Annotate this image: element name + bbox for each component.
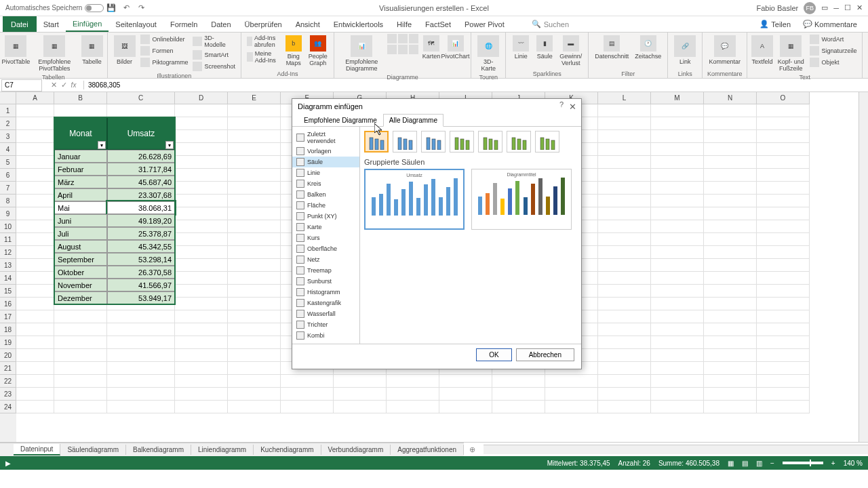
chart-category-item[interactable]: Treemap (292, 265, 359, 276)
ribbon-tab-entwicklertools[interactable]: Entwicklertools (327, 16, 390, 32)
cell[interactable] (545, 388, 598, 401)
cell[interactable] (228, 220, 281, 233)
cell[interactable] (334, 375, 387, 388)
my-addins-button[interactable]: Meine Add-Ins (245, 49, 281, 64)
cell[interactable] (651, 182, 704, 195)
cell[interactable] (598, 220, 651, 233)
table-cell[interactable]: 53.298,14 (107, 253, 175, 266)
pivotchart-button[interactable]: 📊PivotChart (444, 34, 467, 73)
ribbon-tab-seitenlayout[interactable]: Seitenlayout (108, 16, 163, 32)
cell[interactable] (175, 104, 228, 117)
table-cell[interactable]: Oktober (54, 266, 107, 279)
cell[interactable] (387, 375, 439, 388)
cell[interactable] (175, 401, 228, 413)
table-cell[interactable]: August (54, 240, 107, 253)
cell[interactable] (16, 336, 54, 349)
icons-button[interactable]: Piktogramme (139, 57, 189, 68)
column-header[interactable]: C (107, 92, 175, 104)
cell[interactable] (598, 117, 651, 130)
cell[interactable] (704, 375, 757, 388)
cell[interactable] (16, 388, 54, 401)
cell[interactable] (16, 362, 54, 375)
row-header[interactable]: 11 (0, 233, 16, 246)
chart-scatter-icon[interactable] (409, 45, 418, 54)
ribbon-tab-factset[interactable]: FactSet (418, 16, 458, 32)
table-header[interactable]: Umsatz (107, 117, 175, 150)
table-cell[interactable]: Februar (54, 163, 107, 176)
sheet-tab[interactable]: Verbunddiagramm (321, 445, 391, 455)
ribbon-tab-hilfe[interactable]: Hilfe (390, 16, 418, 32)
chart-category-item[interactable]: Netz (292, 254, 359, 265)
cell[interactable] (598, 195, 651, 207)
cell[interactable] (704, 362, 757, 375)
cell[interactable] (16, 220, 54, 233)
cell[interactable] (598, 388, 651, 401)
row-header[interactable]: 15 (0, 285, 16, 298)
row-header[interactable]: 4 (0, 143, 16, 156)
cell[interactable] (334, 388, 387, 401)
cell[interactable] (598, 182, 651, 195)
cell[interactable] (598, 169, 651, 182)
filter-button[interactable]: ▾ (98, 141, 106, 149)
cell[interactable] (598, 272, 651, 285)
row-header[interactable]: 23 (0, 388, 16, 401)
cell[interactable] (16, 272, 54, 285)
table-cell[interactable]: April (54, 188, 107, 201)
cell[interactable] (16, 375, 54, 388)
cell[interactable] (228, 310, 281, 323)
row-header[interactable]: 9 (0, 207, 16, 220)
row-header[interactable]: 19 (0, 336, 16, 349)
cell[interactable] (651, 246, 704, 259)
bing-maps-button[interactable]: bBing Maps (283, 34, 304, 68)
cell[interactable] (757, 195, 810, 207)
column-header[interactable]: E (228, 92, 281, 104)
cell[interactable] (757, 336, 810, 349)
recommended-pivot-button[interactable]: ▦Empfohlene PivotTables (30, 34, 79, 73)
chart-category-item[interactable]: Kurs (292, 232, 359, 243)
screenshot-button[interactable]: Screenshot (191, 61, 237, 72)
comment-button[interactable]: 💬Kommentar (707, 34, 743, 66)
cell[interactable] (175, 362, 228, 375)
cell[interactable] (175, 182, 228, 195)
window-maximize-icon[interactable]: ☐ (844, 3, 851, 12)
cell[interactable] (16, 233, 54, 246)
vertical-scrollbar[interactable] (859, 92, 868, 442)
name-box[interactable]: C7 (1, 79, 42, 92)
cell[interactable] (54, 310, 107, 323)
cell[interactable] (107, 323, 175, 336)
view-pagebreak-icon[interactable]: ▥ (756, 460, 762, 467)
column-header[interactable]: O (757, 92, 810, 104)
cell[interactable] (228, 375, 281, 388)
sheet-tab[interactable]: Balkendiagramm (126, 445, 191, 455)
cell[interactable] (704, 323, 757, 336)
cell[interactable] (387, 401, 439, 413)
cell[interactable] (651, 195, 704, 207)
row-header[interactable]: 10 (0, 220, 16, 233)
chart-category-item[interactable]: Kastengrafik (292, 298, 359, 308)
table-cell[interactable]: Juni (54, 214, 107, 227)
3dmodels-button[interactable]: 3D-Modelle (191, 34, 237, 49)
chart-column-icon[interactable] (387, 34, 397, 43)
row-header[interactable]: 13 (0, 259, 16, 272)
cell[interactable] (757, 349, 810, 362)
cell[interactable] (228, 156, 281, 169)
horizontal-scrollbar[interactable] (484, 445, 868, 454)
chart-subtype[interactable] (364, 131, 389, 152)
cell[interactable] (704, 388, 757, 401)
cell[interactable] (107, 401, 175, 413)
row-header[interactable]: 21 (0, 362, 16, 375)
chart-category-item[interactable]: Fläche (292, 200, 359, 211)
row-header[interactable]: 17 (0, 310, 16, 323)
cell[interactable] (492, 401, 545, 413)
pivottable-button[interactable]: ▦PivotTable (4, 34, 28, 73)
cell[interactable] (704, 104, 757, 117)
people-graph-button[interactable]: 👥People Graph (307, 34, 330, 68)
cell[interactable] (704, 349, 757, 362)
dialog-close-icon[interactable]: ✕ (566, 100, 578, 113)
cell[interactable] (704, 259, 757, 272)
table-cell[interactable]: 23.307,68 (107, 188, 175, 201)
cell[interactable] (107, 388, 175, 401)
cell[interactable] (598, 233, 651, 246)
row-header[interactable]: 14 (0, 272, 16, 285)
shapes-button[interactable]: Formen (139, 45, 189, 56)
